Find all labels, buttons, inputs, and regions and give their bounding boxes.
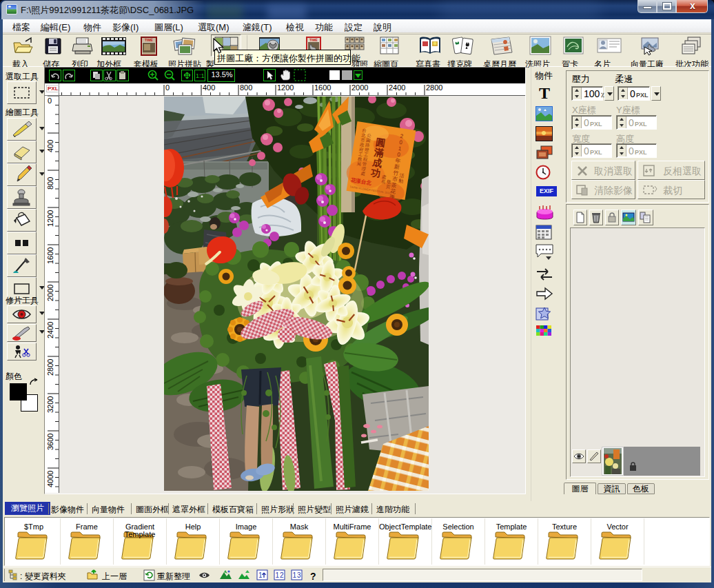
svg-text:400: 400 <box>203 83 215 92</box>
svg-text:1: 1 <box>258 571 263 579</box>
svg-text:2400: 2400 <box>46 322 54 338</box>
svg-text:3600: 3600 <box>46 434 54 450</box>
svg-text:2800: 2800 <box>426 83 442 92</box>
svg-text:1600: 1600 <box>314 83 331 92</box>
svg-text:2000: 2000 <box>46 285 54 301</box>
svg-text:2800: 2800 <box>46 359 54 376</box>
svg-text:1: 1 <box>276 571 280 579</box>
svg-text:3: 3 <box>297 571 301 579</box>
svg-text:800: 800 <box>46 177 54 190</box>
svg-text:3200: 3200 <box>46 396 54 413</box>
svg-text:2: 2 <box>280 571 284 579</box>
svg-text:1600: 1600 <box>46 247 54 264</box>
svg-text:2000: 2000 <box>351 83 368 92</box>
svg-text:TIME: TIME <box>145 38 154 42</box>
svg-text:1200: 1200 <box>277 83 294 92</box>
svg-text:2400: 2400 <box>389 83 405 92</box>
svg-text:TIME: TIME <box>309 38 318 42</box>
svg-text:功: 功 <box>369 167 381 179</box>
svg-text:4000: 4000 <box>46 471 54 487</box>
svg-text:1:1: 1:1 <box>196 72 205 79</box>
svg-text:1200: 1200 <box>46 210 54 227</box>
svg-text:0: 0 <box>165 83 170 92</box>
svg-text:0: 0 <box>48 97 52 105</box>
svg-text:400: 400 <box>46 140 54 152</box>
svg-text:800: 800 <box>240 83 252 92</box>
svg-text:1: 1 <box>293 571 297 579</box>
